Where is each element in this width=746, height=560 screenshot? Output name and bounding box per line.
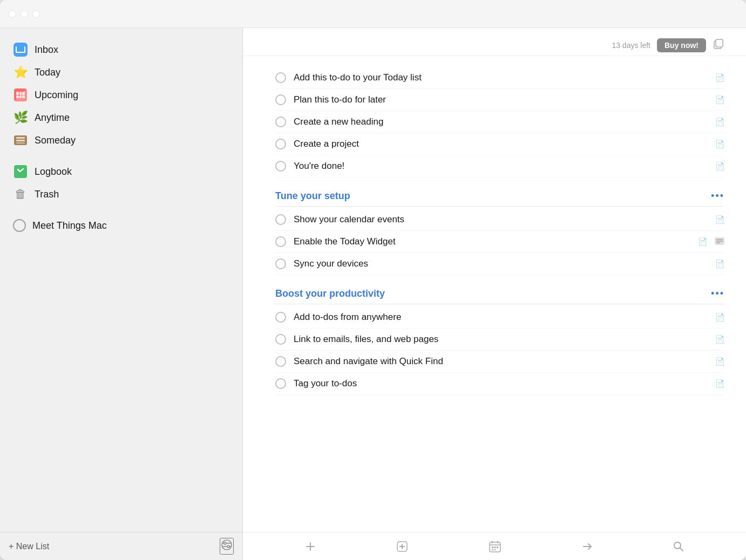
sidebar-item-label: Anytime [35,112,70,124]
content-bottom-toolbar [243,532,746,560]
todo-text: Create a project [294,139,708,149]
today-icon: ⭐ [13,65,28,80]
calendar-button[interactable] [489,540,501,553]
note-icon: 📄 [715,215,724,224]
svg-point-6 [224,542,226,544]
todo-checkbox[interactable] [275,117,286,127]
section-tune-setup: Tune your setup ••• Show your calendar e… [275,177,724,275]
todo-checkbox[interactable] [275,161,286,172]
new-list-button[interactable]: + New List [9,542,49,551]
sidebar-item-label: Someday [35,135,76,146]
todo-item-youre-done[interactable]: You're done! 📄 [275,155,724,177]
todo-item-quick-find[interactable]: Search and navigate with Quick Find 📄 [275,351,724,373]
sidebar-item-label: Upcoming [35,90,78,101]
note-icon: 📄 [715,95,724,104]
svg-rect-23 [492,547,493,548]
project-circle-icon [13,219,26,232]
todo-item-show-calendar[interactable]: Show your calendar events 📄 [275,209,724,231]
copy-icon[interactable] [713,38,724,52]
sidebar-item-label: Inbox [35,44,58,56]
add-item-button[interactable] [304,541,316,552]
sidebar-item-today[interactable]: ⭐ Today [6,62,236,83]
content-body: Add this to-do to your Today list 📄 Plan… [243,56,746,532]
search-button[interactable] [673,541,684,552]
someday-icon-shape [14,135,27,145]
todo-checkbox[interactable] [275,94,286,105]
note-icon: 📄 [715,259,724,268]
todo-text: Plan this to-do for later [294,94,708,105]
titlebar [0,0,746,28]
todo-checkbox[interactable] [275,236,286,247]
svg-point-7 [227,545,229,548]
note-icon: 📄 [715,162,724,170]
sidebar-item-upcoming[interactable]: Upcoming [6,84,236,106]
section-more-button-2[interactable]: ••• [711,288,724,299]
todo-item-create-project[interactable]: Create a project 📄 [275,133,724,155]
sidebar-divider-2 [6,206,236,215]
todo-checkbox[interactable] [275,139,286,149]
todo-text: Enable the Today Widget [294,236,690,247]
minimize-button[interactable] [21,10,28,18]
upcoming-icon [13,87,28,103]
content-area: 13 days left Buy now! Add this to-do to … [243,28,746,560]
section-tune-setup-header: Tune your setup ••• [275,177,724,207]
add-todo-button[interactable] [396,540,409,553]
todo-checkbox[interactable] [275,72,286,83]
section-more-button[interactable]: ••• [711,190,724,202]
todo-text: Tag your to-dos [294,378,708,389]
todo-text: Add this to-do to your Today list [294,72,708,83]
todo-item-sync-devices[interactable]: Sync your devices 📄 [275,253,724,275]
svg-rect-1 [16,140,25,141]
todo-checkbox[interactable] [275,356,286,367]
todo-text: Link to emails, files, and web pages [294,334,708,345]
note-icon: 📄 [715,379,724,388]
trash-icon: 🗑 [13,187,28,202]
maximize-button[interactable] [32,10,40,18]
sidebar-item-trash[interactable]: 🗑 Trash [6,183,236,205]
sidebar-item-logbook[interactable]: Logbook [6,161,236,182]
sidebar-bottom-bar: + New List [0,532,242,560]
note-icon: 📄 [715,73,724,82]
todo-checkbox[interactable] [275,258,286,269]
close-button[interactable] [9,10,16,18]
sidebar-item-someday[interactable]: Someday [6,129,236,151]
inbox-icon [13,42,28,57]
todo-item-new-heading[interactable]: Create a new heading 📄 [275,111,724,133]
section-get-started: Add this to-do to your Today list 📄 Plan… [275,67,724,177]
todo-item-add-todos-anywhere[interactable]: Add to-dos from anywhere 📄 [275,306,724,329]
todo-checkbox[interactable] [275,334,286,345]
sidebar-project-meet-things-mac[interactable]: Meet Things Mac [6,215,236,236]
svg-point-29 [674,542,681,549]
todo-item-today-widget[interactable]: Enable the Today Widget 📄 [275,231,724,253]
settings-button[interactable] [220,538,234,555]
sidebar-item-inbox[interactable]: Inbox [6,39,236,60]
todo-item-link-emails[interactable]: Link to emails, files, and web pages 📄 [275,329,724,351]
project-label: Meet Things Mac [32,220,107,231]
logbook-icon-shape [14,165,27,178]
todo-text: Create a new heading [294,117,708,127]
todo-text: Sync your devices [294,258,708,269]
svg-rect-25 [497,547,498,548]
svg-rect-24 [494,547,496,548]
note-icon: 📄 [698,237,707,246]
upcoming-icon-shape [14,88,27,101]
todo-item-tag-todos[interactable]: Tag your to-dos 📄 [275,373,724,395]
svg-rect-9 [716,39,723,47]
todo-checkbox[interactable] [275,214,286,225]
note-icon: 📄 [715,140,724,148]
buy-button[interactable]: Buy now! [657,38,706,52]
sidebar-item-label: Trash [35,189,59,200]
todo-item-add-today[interactable]: Add this to-do to your Today list 📄 [275,67,724,89]
app-window: Inbox ⭐ Today [0,0,746,560]
todo-checkbox[interactable] [275,312,286,323]
move-button[interactable] [581,541,593,552]
note-icon: 📄 [715,313,724,322]
trial-text: 13 days left [612,41,650,50]
todo-checkbox[interactable] [275,378,286,389]
todo-item-plan-later[interactable]: Plan this to-do for later 📄 [275,89,724,111]
svg-rect-0 [16,137,25,139]
note-icon: 📄 [715,335,724,344]
sidebar-item-anytime[interactable]: 🌿 Anytime [6,107,236,128]
todo-text: Search and navigate with Quick Find [294,356,708,367]
section-boost-productivity: Boost your productivity ••• Add to-dos f… [275,275,724,395]
